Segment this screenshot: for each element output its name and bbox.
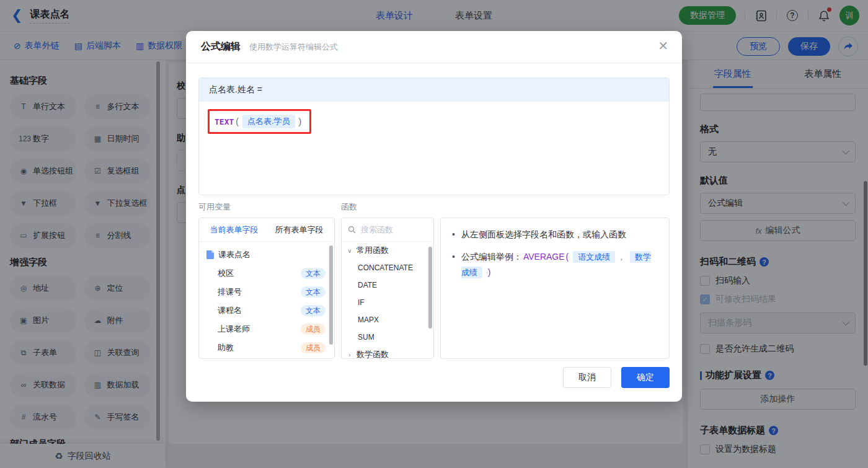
variables-scrollbar[interactable] (329, 245, 333, 345)
formula-editor: 点名表.姓名 = TEXT ( 点名表.学员 ) (198, 77, 670, 195)
hint-line-1: • 从左侧面板选择字段名和函数，或输入函数 (452, 227, 658, 242)
variable-type-badge: 成员 (301, 342, 326, 353)
variable-tree-root[interactable]: 课表点名 (199, 245, 334, 264)
functions-label: 函数 (341, 201, 434, 213)
variables-label: 可用变量 (198, 201, 335, 213)
function-item[interactable]: MAPX (342, 311, 433, 329)
variable-field-row[interactable]: 课程名文本 (199, 301, 334, 320)
caret-down-icon: ∨ (347, 247, 353, 254)
search-placeholder: 搜索函数 (361, 224, 393, 236)
variable-type-badge: 文本 (301, 305, 326, 316)
hint-panel: • 从左侧面板选择字段名和函数，或输入函数 • 公式编辑举例：AVERAGE( … (440, 218, 670, 359)
red-annotation-box: TEXT ( 点名表.学员 ) (208, 109, 311, 134)
function-item[interactable]: DATE (342, 276, 433, 294)
function-group-label: 数学函数 (356, 349, 389, 359)
variable-field-row[interactable]: 上课老师成员 (199, 320, 334, 338)
function-group-label: 常用函数 (356, 245, 389, 256)
variable-type-badge: 文本 (301, 286, 326, 298)
close-icon[interactable]: ✕ (658, 40, 668, 52)
tab-all-form-fields[interactable]: 所有表单字段 (275, 224, 324, 236)
function-group-collapsed[interactable]: ›数学函数 (342, 346, 433, 359)
variable-type-badge: 文本 (301, 268, 326, 279)
variable-type-badge: 成员 (301, 324, 326, 335)
function-name: TEXT (215, 117, 234, 126)
formula-input-area[interactable]: TEXT ( 点名表.学员 ) (199, 102, 669, 195)
variable-field-row[interactable]: 助教成员 (199, 338, 334, 357)
modal-header: 公式编辑 使用数学运算符编辑公式 (186, 31, 682, 63)
function-search[interactable]: 搜索函数 (342, 218, 433, 242)
tab-current-form-fields[interactable]: 当前表单字段 (210, 224, 259, 236)
modal-title: 公式编辑 (201, 40, 241, 53)
function-item[interactable]: SUM (342, 329, 433, 346)
variable-field-row[interactable]: 校区文本 (199, 264, 334, 283)
variable-field-name: 课程名 (218, 305, 301, 316)
modal-subtitle: 使用数学运算符编辑公式 (249, 42, 338, 53)
variable-field-row[interactable]: 排课号文本 (199, 283, 334, 301)
function-group-expanded[interactable]: ∨常用函数 (342, 242, 433, 259)
functions-scrollbar[interactable] (428, 247, 432, 329)
hint-line-2: • 公式编辑举例：AVERAGE( 语文成绩， 数学成绩 ) (452, 249, 658, 280)
caret-right-icon: › (347, 351, 353, 358)
cancel-button[interactable]: 取消 (563, 367, 611, 388)
function-item[interactable]: CONCATENATE (342, 259, 433, 276)
variable-field-name: 助教 (218, 342, 301, 353)
formula-edit-modal: 公式编辑 使用数学运算符编辑公式 ✕ 点名表.姓名 = TEXT ( 点名表.学… (186, 31, 682, 402)
variable-root-label: 课表点名 (218, 249, 250, 260)
variables-panel: 当前表单字段 所有表单字段 课表点名校区文本排课号文本课程名文本上课老师成员助教… (198, 218, 335, 359)
variable-field-row[interactable]: 上课日期时间戳 (199, 357, 334, 359)
search-icon (348, 226, 356, 234)
variable-field-name: 上课老师 (218, 324, 301, 335)
confirm-button[interactable]: 确定 (621, 367, 670, 388)
variable-field-name: 排课号 (218, 286, 301, 298)
variable-field-name: 校区 (218, 268, 301, 279)
example-chip: 语文成绩 (573, 251, 615, 263)
app-window: ❮ 课表点名 表单设计 表单设置 数据管理 ? 训 ⊘表单外链▤后端脚本▥数据权… (0, 0, 868, 468)
hint-spacer (440, 201, 670, 213)
functions-panel: 搜索函数 ∨常用函数CONCATENATEDATEIFMAPXSUM›数学函数›… (341, 218, 434, 359)
example-function-name: AVERAGE (523, 252, 565, 262)
formula-target: 点名表.姓名 = (199, 78, 669, 102)
function-item[interactable]: IF (342, 294, 433, 311)
form-file-icon (206, 250, 214, 259)
field-chip[interactable]: 点名表.学员 (242, 115, 295, 128)
